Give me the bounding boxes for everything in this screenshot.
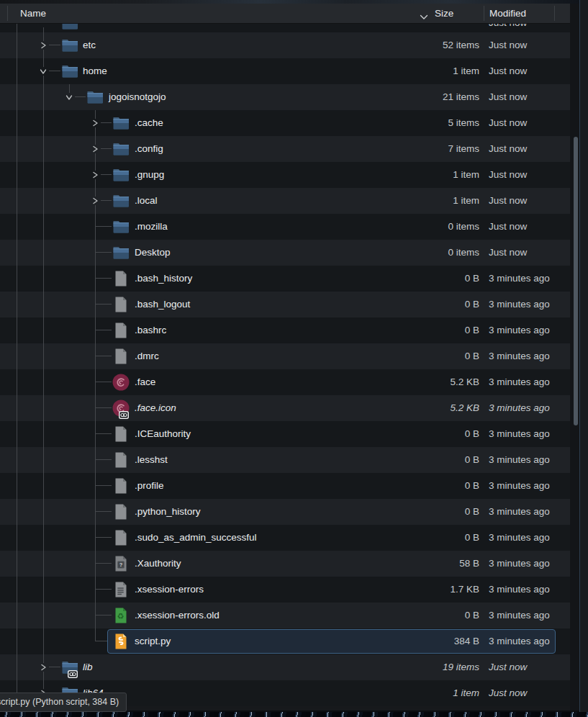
tree-connector-line	[96, 382, 112, 382]
column-header-modified[interactable]: Modified	[489, 4, 526, 23]
file-name: .xsession-errors.old	[135, 603, 220, 628]
tree-connector-line	[96, 511, 112, 512]
tree-guide-line	[17, 110, 17, 136]
table-row[interactable]: .ICEauthority0 B3 minutes ago	[0, 421, 570, 447]
file-size: 0 items	[448, 214, 479, 240]
chevron-right-icon[interactable]	[91, 171, 99, 179]
tree-guide-line	[95, 577, 96, 603]
file-modified: Just now	[489, 188, 527, 214]
tree-connector-line	[101, 122, 112, 123]
table-row[interactable]: .bashrc0 B3 minutes ago	[0, 317, 570, 343]
tree-guide-line	[17, 395, 17, 421]
tree-guide-line	[17, 499, 17, 525]
file-size: 0 B	[465, 292, 479, 317]
file-size: 0 B	[465, 447, 479, 473]
file-modified: 3 minutes ago	[489, 447, 550, 473]
chevron-down-icon[interactable]	[65, 93, 73, 102]
file-size: 5.2 KB	[450, 395, 479, 421]
table-row[interactable]: script.py384 B3 minutes ago	[0, 628, 570, 654]
chevron-right-icon[interactable]	[91, 119, 99, 127]
tree-guide-line	[17, 343, 17, 369]
tree-guide-line	[95, 395, 96, 421]
file-size: 0 B	[465, 473, 479, 499]
chevron-right-icon[interactable]	[91, 197, 99, 205]
tree-connector-line	[96, 459, 112, 460]
folder-icon	[112, 114, 130, 132]
sort-descending-icon[interactable]	[420, 12, 428, 22]
table-row[interactable]: .cache5 itemsJust now	[0, 110, 570, 136]
file-modified: 3 minutes ago	[489, 292, 550, 317]
column-header-size[interactable]: Size	[435, 4, 453, 23]
chevron-down-icon[interactable]	[39, 67, 48, 76]
table-row[interactable]: .sudo_as_admin_successful0 B3 minutes ag…	[0, 525, 570, 551]
file-modified: Just now	[489, 110, 527, 136]
tree-guide-line	[95, 205, 96, 214]
tree-guide-line	[17, 447, 17, 473]
file-modified: 3 minutes ago	[489, 577, 550, 603]
folder-icon	[60, 62, 79, 81]
table-row[interactable]: .xsession-errors1.7 KB3 minutes ago	[0, 577, 570, 603]
file-modified: Just now	[489, 58, 527, 84]
status-tooltip: script.py (Python script, 384 B)	[0, 693, 127, 712]
chevron-right-icon[interactable]	[39, 663, 48, 672]
tree-guide-line	[95, 127, 96, 136]
file-modified: 3 minutes ago	[489, 421, 550, 447]
table-row[interactable]: Desktop0 itemsJust now	[0, 240, 570, 266]
chevron-right-icon[interactable]	[91, 145, 99, 153]
file-backup-icon: ♻	[112, 606, 130, 625]
table-row[interactable]: .bash_history0 B3 minutes ago	[0, 266, 570, 292]
file-icon	[112, 477, 130, 495]
file-size: 1.7 KB	[450, 577, 479, 603]
file-modified: Just now	[489, 240, 527, 266]
file-icon	[112, 269, 130, 288]
file-name: Desktop	[135, 240, 171, 266]
file-size: 0 B	[465, 499, 479, 525]
tree-guide-line	[43, 654, 44, 663]
file-icon	[112, 528, 130, 547]
tree-connector-line	[96, 433, 112, 434]
file-modified: Just now	[489, 162, 527, 188]
table-row[interactable]: .dmrc0 B3 minutes ago	[0, 343, 570, 369]
tree-guide-line	[43, 136, 44, 162]
table-row[interactable]: ?.Xauthority58 B3 minutes ago	[0, 551, 570, 577]
tree-connector-line	[96, 485, 112, 486]
file-size: 0 items	[448, 240, 479, 266]
tree-guide-line	[43, 292, 44, 317]
table-row[interactable]: .face5.2 KB3 minutes ago	[0, 369, 570, 395]
table-row[interactable]: .gnupg1 itemJust now	[0, 162, 570, 188]
file-size: 1 item	[453, 188, 479, 214]
table-row[interactable]: jogoisnotgojo21 itemsJust now	[0, 84, 570, 110]
table-row[interactable]: .local1 itemJust now	[0, 188, 570, 214]
tree-connector-line	[96, 304, 112, 305]
header-separator	[7, 6, 8, 21]
chevron-right-icon[interactable]	[39, 41, 48, 50]
tree-guide-line	[17, 473, 17, 499]
table-row[interactable]: .python_history0 B3 minutes ago	[0, 499, 570, 525]
table-row[interactable]: .config7 itemsJust now	[0, 136, 570, 162]
tree-guide-line	[43, 473, 44, 499]
tree-connector-line	[96, 226, 112, 227]
column-header-name[interactable]: Name	[20, 4, 46, 23]
tree-guide-line	[95, 473, 96, 499]
tree-guide-line	[17, 32, 17, 58]
file-name: .config	[135, 136, 163, 162]
file-size: 0 B	[465, 421, 479, 447]
scrollbar-thumb[interactable]	[574, 137, 578, 425]
folder-icon	[60, 36, 79, 55]
table-row[interactable]: .lesshst0 B3 minutes ago	[0, 447, 570, 473]
table-row[interactable]: etc52 itemsJust now	[0, 32, 570, 58]
tree-guide-line	[95, 266, 96, 292]
table-row[interactable]: ♻.xsession-errors.old0 B3 minutes ago	[0, 603, 570, 628]
table-row[interactable]: .face.icon5.2 KB3 minutes ago	[0, 395, 570, 421]
table-row[interactable]: lib19 itemsJust now	[0, 654, 570, 680]
header-separator	[484, 6, 484, 21]
table-row[interactable]: home1 itemJust now	[0, 58, 570, 84]
tree-guide-line	[95, 343, 96, 369]
tree-guide-line	[43, 628, 44, 654]
table-row[interactable]: .mozilla0 itemsJust now	[0, 214, 570, 240]
tree-guide-line	[17, 292, 17, 317]
file-name: .lesshst	[135, 447, 168, 473]
tree-guide-line	[43, 525, 44, 551]
table-row[interactable]: .bash_logout0 B3 minutes ago	[0, 292, 570, 317]
table-row[interactable]: .profile0 B3 minutes ago	[0, 473, 570, 499]
